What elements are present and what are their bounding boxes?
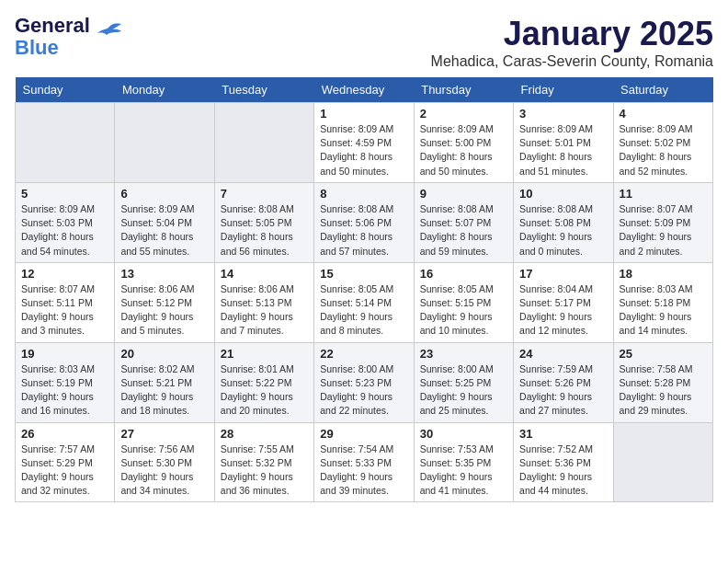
calendar-week-row: 26Sunrise: 7:57 AM Sunset: 5:29 PM Dayli…: [16, 422, 713, 502]
day-info: Sunrise: 8:09 AM Sunset: 5:02 PM Dayligh…: [620, 122, 707, 178]
day-number: 29: [320, 427, 407, 441]
day-number: 12: [21, 267, 108, 281]
day-number: 30: [420, 427, 507, 441]
day-number: 15: [320, 267, 407, 281]
day-info: Sunrise: 8:07 AM Sunset: 5:11 PM Dayligh…: [21, 282, 108, 339]
day-info: Sunrise: 7:59 AM Sunset: 5:26 PM Dayligh…: [519, 362, 607, 419]
weekday-header-thursday: Thursday: [414, 77, 513, 103]
calendar-cell: 15Sunrise: 8:05 AM Sunset: 5:14 PM Dayli…: [314, 262, 414, 342]
day-number: 11: [620, 187, 707, 201]
day-number: 19: [21, 347, 108, 361]
day-number: 7: [221, 187, 308, 201]
month-title: January 2025: [431, 15, 713, 53]
day-info: Sunrise: 8:00 AM Sunset: 5:25 PM Dayligh…: [420, 362, 507, 419]
weekday-header-sunday: Sunday: [16, 77, 115, 103]
calendar-cell: 18Sunrise: 8:03 AM Sunset: 5:18 PM Dayli…: [613, 262, 712, 342]
calendar-cell: 8Sunrise: 8:08 AM Sunset: 5:06 PM Daylig…: [314, 182, 414, 262]
day-number: 10: [519, 187, 607, 201]
calendar-cell: 4Sunrise: 8:09 AM Sunset: 5:02 PM Daylig…: [613, 103, 712, 183]
day-info: Sunrise: 7:58 AM Sunset: 5:28 PM Dayligh…: [620, 362, 707, 419]
location-title: Mehadica, Caras-Severin County, Romania: [431, 53, 713, 70]
day-number: 21: [221, 347, 308, 361]
calendar-table: SundayMondayTuesdayWednesdayThursdayFrid…: [15, 77, 713, 502]
day-number: 5: [21, 187, 108, 201]
calendar-cell: 11Sunrise: 8:07 AM Sunset: 5:09 PM Dayli…: [613, 182, 712, 262]
calendar-week-row: 5Sunrise: 8:09 AM Sunset: 5:03 PM Daylig…: [16, 182, 713, 262]
calendar-cell: 28Sunrise: 7:55 AM Sunset: 5:32 PM Dayli…: [214, 422, 313, 502]
day-number: 28: [221, 427, 308, 441]
calendar-cell: 9Sunrise: 8:08 AM Sunset: 5:07 PM Daylig…: [414, 182, 513, 262]
day-info: Sunrise: 8:08 AM Sunset: 5:08 PM Dayligh…: [519, 202, 607, 259]
calendar-cell: 31Sunrise: 7:52 AM Sunset: 5:36 PM Dayli…: [514, 422, 613, 502]
weekday-header-row: SundayMondayTuesdayWednesdayThursdayFrid…: [16, 77, 713, 103]
calendar-cell: 14Sunrise: 8:06 AM Sunset: 5:13 PM Dayli…: [214, 262, 313, 342]
calendar-cell: 7Sunrise: 8:08 AM Sunset: 5:05 PM Daylig…: [214, 182, 313, 262]
day-number: 27: [120, 427, 208, 441]
day-info: Sunrise: 7:56 AM Sunset: 5:30 PM Dayligh…: [120, 442, 208, 499]
day-info: Sunrise: 7:57 AM Sunset: 5:29 PM Dayligh…: [21, 442, 108, 499]
calendar-cell: 29Sunrise: 7:54 AM Sunset: 5:33 PM Dayli…: [314, 422, 414, 502]
calendar-cell: 23Sunrise: 8:00 AM Sunset: 5:25 PM Dayli…: [414, 342, 513, 422]
day-info: Sunrise: 8:09 AM Sunset: 5:01 PM Dayligh…: [519, 122, 607, 178]
day-number: 22: [320, 347, 407, 361]
calendar-cell: 24Sunrise: 7:59 AM Sunset: 5:26 PM Dayli…: [514, 342, 613, 422]
logo: General Blue: [15, 15, 123, 59]
calendar-week-row: 1Sunrise: 8:09 AM Sunset: 4:59 PM Daylig…: [16, 103, 713, 183]
day-info: Sunrise: 7:55 AM Sunset: 5:32 PM Dayligh…: [221, 442, 308, 499]
day-info: Sunrise: 8:04 AM Sunset: 5:17 PM Dayligh…: [519, 282, 607, 339]
day-info: Sunrise: 8:08 AM Sunset: 5:06 PM Dayligh…: [320, 202, 407, 259]
day-info: Sunrise: 8:03 AM Sunset: 5:19 PM Dayligh…: [21, 362, 108, 419]
calendar-cell: 21Sunrise: 8:01 AM Sunset: 5:22 PM Dayli…: [214, 342, 313, 422]
day-number: 3: [519, 107, 607, 121]
weekday-header-tuesday: Tuesday: [214, 77, 313, 103]
day-info: Sunrise: 7:54 AM Sunset: 5:33 PM Dayligh…: [320, 442, 407, 499]
calendar-cell: [115, 103, 214, 183]
day-info: Sunrise: 8:09 AM Sunset: 5:00 PM Dayligh…: [420, 122, 507, 178]
logo-bird-icon: [94, 22, 123, 52]
calendar-cell: 6Sunrise: 8:09 AM Sunset: 5:04 PM Daylig…: [115, 182, 214, 262]
calendar-cell: 5Sunrise: 8:09 AM Sunset: 5:03 PM Daylig…: [16, 182, 115, 262]
day-number: 4: [620, 107, 707, 121]
day-number: 24: [519, 347, 607, 361]
calendar-cell: 19Sunrise: 8:03 AM Sunset: 5:19 PM Dayli…: [16, 342, 115, 422]
day-number: 16: [420, 267, 507, 281]
day-info: Sunrise: 8:05 AM Sunset: 5:15 PM Dayligh…: [420, 282, 507, 339]
day-info: Sunrise: 8:05 AM Sunset: 5:14 PM Dayligh…: [320, 282, 407, 339]
day-number: 26: [21, 427, 108, 441]
calendar-cell: 27Sunrise: 7:56 AM Sunset: 5:30 PM Dayli…: [115, 422, 214, 502]
calendar-cell: 20Sunrise: 8:02 AM Sunset: 5:21 PM Dayli…: [115, 342, 214, 422]
logo-general: General: [15, 15, 90, 37]
logo-blue: Blue: [15, 37, 90, 59]
calendar-cell: 25Sunrise: 7:58 AM Sunset: 5:28 PM Dayli…: [613, 342, 712, 422]
day-number: 18: [620, 267, 707, 281]
calendar-cell: [214, 103, 313, 183]
day-number: 6: [120, 187, 208, 201]
day-number: 1: [320, 107, 407, 121]
calendar-cell: 16Sunrise: 8:05 AM Sunset: 5:15 PM Dayli…: [414, 262, 513, 342]
day-number: 9: [420, 187, 507, 201]
day-info: Sunrise: 8:08 AM Sunset: 5:05 PM Dayligh…: [221, 202, 308, 259]
title-area: January 2025 Mehadica, Caras-Severin Cou…: [431, 15, 713, 70]
day-info: Sunrise: 7:53 AM Sunset: 5:35 PM Dayligh…: [420, 442, 507, 499]
day-info: Sunrise: 8:00 AM Sunset: 5:23 PM Dayligh…: [320, 362, 407, 419]
weekday-header-saturday: Saturday: [613, 77, 712, 103]
day-info: Sunrise: 8:03 AM Sunset: 5:18 PM Dayligh…: [620, 282, 707, 339]
day-number: 17: [519, 267, 607, 281]
day-number: 8: [320, 187, 407, 201]
calendar-cell: 30Sunrise: 7:53 AM Sunset: 5:35 PM Dayli…: [414, 422, 513, 502]
day-info: Sunrise: 8:02 AM Sunset: 5:21 PM Dayligh…: [120, 362, 208, 419]
day-number: 31: [519, 427, 607, 441]
calendar-cell: [613, 422, 712, 502]
day-info: Sunrise: 8:09 AM Sunset: 5:03 PM Dayligh…: [21, 202, 108, 259]
calendar-cell: 13Sunrise: 8:06 AM Sunset: 5:12 PM Dayli…: [115, 262, 214, 342]
day-number: 20: [120, 347, 208, 361]
calendar-week-row: 19Sunrise: 8:03 AM Sunset: 5:19 PM Dayli…: [16, 342, 713, 422]
calendar-cell: 2Sunrise: 8:09 AM Sunset: 5:00 PM Daylig…: [414, 103, 513, 183]
calendar-cell: 12Sunrise: 8:07 AM Sunset: 5:11 PM Dayli…: [16, 262, 115, 342]
weekday-header-monday: Monday: [115, 77, 214, 103]
weekday-header-wednesday: Wednesday: [314, 77, 414, 103]
day-number: 14: [221, 267, 308, 281]
day-info: Sunrise: 8:01 AM Sunset: 5:22 PM Dayligh…: [221, 362, 308, 419]
calendar-cell: 10Sunrise: 8:08 AM Sunset: 5:08 PM Dayli…: [514, 182, 613, 262]
day-info: Sunrise: 7:52 AM Sunset: 5:36 PM Dayligh…: [519, 442, 607, 499]
